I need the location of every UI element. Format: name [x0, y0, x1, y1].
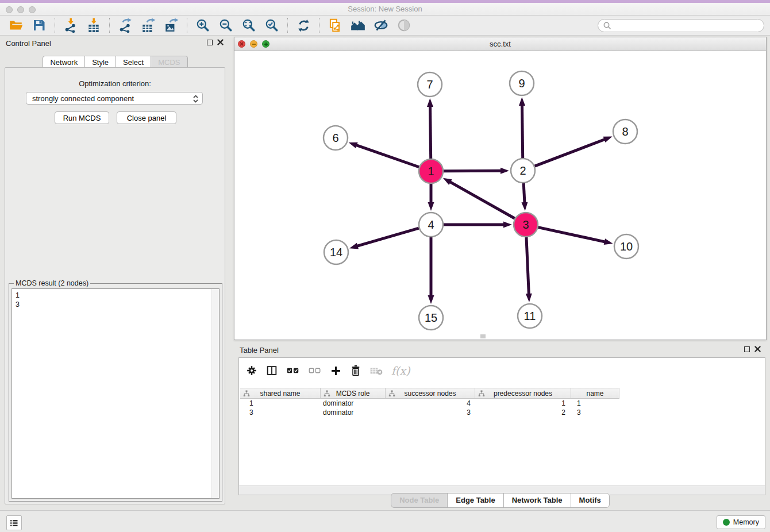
search-input[interactable]	[598, 19, 764, 32]
open-session-icon[interactable]	[7, 17, 25, 34]
import-table-icon[interactable]	[84, 17, 103, 34]
select-all-columns-icon[interactable]	[286, 365, 300, 376]
tab-node-table[interactable]: Node Table	[391, 493, 448, 508]
column-header-predecessor-nodes[interactable]: predecessor nodes	[475, 388, 571, 398]
task-history-button[interactable]	[6, 515, 22, 530]
node-table-container: f(x) shared name MCDS role successor nod…	[238, 357, 765, 495]
graph-node-label-10: 10	[620, 240, 633, 253]
table-panel: Table Panel f(x) shared name	[234, 342, 767, 509]
graph-arrowhead	[349, 142, 358, 148]
import-network-icon[interactable]	[61, 17, 80, 34]
optimization-criterion-select[interactable]: strongly connected component	[26, 92, 203, 105]
export-network-icon[interactable]	[116, 17, 134, 34]
result-scrollbar[interactable]	[211, 289, 219, 498]
float-table-panel-icon[interactable]	[744, 346, 750, 352]
search-icon	[603, 21, 612, 30]
graph-arrowhead	[604, 238, 613, 245]
graph-node-label-6: 6	[332, 132, 338, 144]
graph-edge-4-14[interactable]	[356, 228, 419, 246]
zoom-out-icon[interactable]	[217, 17, 235, 34]
zoom-fit-icon[interactable]	[240, 17, 258, 34]
graph-arrowhead	[503, 222, 512, 228]
toolbar-separator	[55, 18, 55, 33]
table-toolbar: f(x)	[239, 358, 765, 383]
graph-node-label-7: 7	[426, 78, 433, 91]
split-columns-icon[interactable]	[265, 364, 278, 377]
mcds-result-area[interactable]: 1 3	[11, 288, 220, 499]
graph-edge-2-9[interactable]	[522, 103, 522, 158]
table-row[interactable]: 3 dominator 3 2 3	[240, 408, 619, 417]
memory-status-icon	[723, 519, 730, 526]
delete-row-icon[interactable]	[350, 364, 361, 377]
graph-node-label-1: 1	[428, 165, 434, 178]
graph-node-label-3: 3	[522, 218, 529, 231]
graph-edge-3-11[interactable]	[526, 237, 529, 296]
toolbar-separator	[287, 18, 288, 33]
zoom-selected-icon[interactable]	[263, 17, 281, 34]
network-view-window: scc.txt 1234678910111415	[234, 37, 767, 340]
network-window-title: scc.txt	[234, 40, 766, 48]
export-image-icon[interactable]	[162, 17, 180, 34]
close-panel-button[interactable]: Close panel	[117, 111, 176, 124]
tree-icon	[243, 390, 250, 397]
canvas-scroll-thumb[interactable]	[480, 334, 486, 338]
graph-edge-2-3[interactable]	[523, 183, 525, 205]
tab-edge-table[interactable]: Edge Table	[447, 493, 503, 508]
network-canvas[interactable]: 1234678910111415	[234, 51, 766, 340]
graph-node-label-8: 8	[622, 125, 628, 138]
graph-edge-3-1[interactable]	[448, 181, 514, 218]
graph-arrowhead	[519, 97, 525, 106]
home-icon[interactable]	[349, 17, 367, 34]
graph-edge-1-2[interactable]	[444, 171, 503, 171]
control-panel-title: Control Panel	[6, 39, 51, 48]
hide-panels-icon[interactable]	[372, 17, 390, 34]
save-session-icon[interactable]	[30, 17, 48, 34]
float-panel-icon[interactable]	[207, 40, 213, 45]
column-header-successor-nodes[interactable]: successor nodes	[386, 388, 475, 398]
memory-button[interactable]: Memory	[717, 515, 765, 529]
table-row[interactable]: 1 dominator 4 1 1	[240, 399, 619, 408]
close-panel-icon[interactable]	[217, 39, 224, 45]
graph-edge-1-7[interactable]	[430, 105, 430, 159]
graph-arrowhead	[603, 137, 613, 142]
mcds-result-text: 1 3	[12, 289, 211, 498]
toolbar-separator	[109, 18, 110, 33]
graph-edge-3-10[interactable]	[538, 228, 606, 242]
network-graph-svg: 1234678910111415	[234, 51, 766, 340]
graph-edge-2-8[interactable]	[535, 138, 607, 166]
toolbar-separator	[319, 18, 319, 33]
toolbar-separator	[187, 18, 187, 33]
refresh-layout-icon[interactable]	[294, 17, 313, 34]
mcds-result-title: MCDS result (2 nodes)	[14, 279, 90, 287]
tab-network-table[interactable]: Network Table	[503, 493, 571, 508]
column-header-mcds-role[interactable]: MCDS role	[321, 388, 386, 398]
memory-button-label: Memory	[733, 518, 759, 526]
network-window-titlebar[interactable]: scc.txt	[234, 37, 766, 51]
mcds-result-group: MCDS result (2 nodes) 1 3	[9, 283, 222, 502]
graph-node-label-11: 11	[524, 310, 536, 322]
tree-icon	[388, 390, 395, 397]
close-table-panel-icon[interactable]	[754, 346, 761, 352]
function-builder-icon: f(x)	[391, 364, 410, 377]
graph-arrowhead	[521, 202, 528, 211]
unselect-all-columns-icon[interactable]	[308, 365, 322, 376]
add-row-icon[interactable]	[330, 365, 342, 377]
graph-node-label-4: 4	[428, 218, 434, 231]
export-table-icon[interactable]	[139, 17, 157, 34]
graph-arrowhead	[526, 294, 532, 302]
table-settings-icon[interactable]	[246, 365, 257, 376]
delete-table-disabled-icon	[369, 365, 383, 376]
show-panels-disabled-icon	[395, 17, 413, 34]
copy-network-icon[interactable]	[326, 17, 344, 34]
graph-edge-1-6[interactable]	[355, 145, 419, 167]
titlebar-accent	[0, 0, 770, 3]
run-mcds-button[interactable]: Run MCDS	[55, 111, 109, 124]
node-table: shared name MCDS role successor nodes pr…	[240, 388, 619, 417]
column-header-name[interactable]: name	[571, 388, 619, 398]
tab-motifs[interactable]: Motifs	[571, 493, 610, 508]
zoom-in-icon[interactable]	[194, 17, 212, 34]
graph-arrowhead	[428, 202, 434, 211]
graph-node-label-9: 9	[518, 77, 525, 90]
status-bar: Memory	[0, 510, 770, 532]
column-header-shared-name[interactable]: shared name	[240, 388, 321, 398]
